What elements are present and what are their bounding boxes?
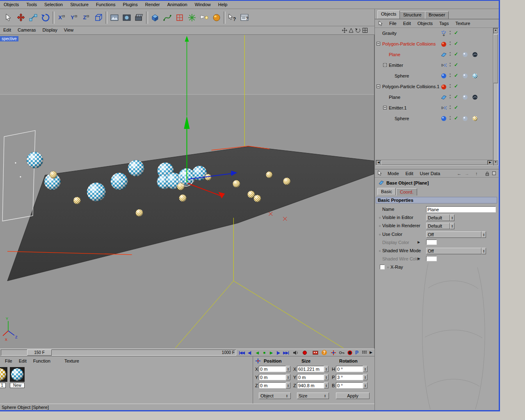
add-environment-button[interactable] [210, 11, 223, 25]
goto-end-button[interactable]: ▶▶| [282, 349, 290, 356]
anim-dot[interactable] [379, 234, 381, 235]
render-settings-button[interactable] [133, 11, 145, 25]
add-primitive-button[interactable] [149, 11, 161, 25]
add-light-button[interactable] [198, 11, 210, 25]
play-button[interactable]: ▶ [267, 349, 275, 356]
play-backward-button[interactable]: ◀ [253, 349, 261, 356]
timeline-slider-thumb[interactable]: 150 F [27, 349, 52, 356]
size-mode-dropdown[interactable]: Size▲▼ [297, 393, 329, 399]
sound-toggle-button[interactable] [293, 350, 299, 356]
selection-tool-button[interactable] [2, 11, 15, 25]
enable-checkmark[interactable]: ✓ [454, 41, 458, 46]
help-pointer-button[interactable]: ? [226, 11, 239, 25]
object-label[interactable]: Plane [388, 52, 401, 57]
x-axis-lock-button[interactable]: X [55, 11, 68, 25]
menu-plugins[interactable]: Plugins [119, 1, 142, 8]
tab-coord[interactable]: Coord. [396, 188, 417, 196]
object-label[interactable]: Emitter.1 [388, 105, 407, 111]
expand-triangle-icon[interactable]: ▶ [418, 257, 420, 260]
shaded-wire-mode-dropdown-arrows[interactable]: ▲▼ [482, 248, 486, 254]
phong-tag-icon[interactable] [462, 51, 468, 59]
enable-checkmark[interactable]: ✓ [454, 73, 458, 78]
record-button[interactable] [303, 351, 307, 355]
coordinate-system-button[interactable] [92, 11, 105, 25]
visibility-dots[interactable] [450, 95, 451, 98]
om-menu-objects[interactable]: Objects [414, 20, 436, 27]
history-back-button[interactable]: ← [457, 171, 461, 176]
visible-renderer-dropdown[interactable]: Default [426, 223, 450, 229]
rotation-b-input[interactable] [336, 382, 363, 388]
key-record-button[interactable] [339, 350, 345, 356]
keyframe-grid-button[interactable] [362, 350, 367, 356]
position-x-spinner[interactable]: ▲▼ [286, 366, 290, 372]
size-z-input[interactable] [297, 382, 324, 388]
position-x-input[interactable] [259, 366, 286, 372]
xray-checkbox[interactable] [380, 265, 385, 269]
visibility-dots[interactable] [450, 105, 451, 109]
enable-checkmark[interactable]: ✓ [454, 105, 458, 110]
menu-structure[interactable]: Structure [66, 1, 92, 8]
use-color-dropdown-arrows[interactable]: ▲▼ [482, 231, 486, 238]
display-color-swatch[interactable] [426, 240, 437, 245]
view-maximize-icon[interactable] [362, 27, 368, 34]
scroll-right-arrow[interactable]: ▶ [488, 160, 493, 165]
help-button[interactable]: ? [322, 350, 327, 355]
menu-tools[interactable]: Tools [23, 1, 41, 8]
texture-tag-icon[interactable] [472, 115, 478, 123]
enable-checkmark[interactable]: ✓ [454, 30, 458, 36]
om-menu-file[interactable]: File [386, 20, 400, 27]
viewport-menu-cameras[interactable]: Cameras [14, 26, 39, 34]
scale-tool-button[interactable] [27, 11, 39, 25]
name-input[interactable] [426, 206, 496, 212]
rotation-h-spinner[interactable]: ▲▼ [363, 366, 368, 372]
panel-options-button[interactable] [492, 171, 496, 175]
collapse-toggle[interactable] [377, 84, 380, 88]
collapse-toggle[interactable] [377, 42, 380, 46]
tree-horizontal-scrollbar[interactable]: ◀ ▶ [376, 160, 493, 165]
material-menu-edit[interactable]: Edit [16, 357, 30, 365]
add-particle-button[interactable] [186, 11, 198, 25]
render-view-button[interactable] [108, 11, 121, 25]
collapse-toggle[interactable] [383, 106, 387, 110]
size-y-input[interactable] [297, 374, 324, 380]
om-menu-tags[interactable]: Tags [436, 20, 452, 27]
anim-dot[interactable] [379, 217, 381, 219]
z-axis-lock-button[interactable]: Z [80, 11, 92, 25]
material-thumbnail[interactable] [10, 367, 25, 382]
viewport-menu-display[interactable]: Display [39, 26, 61, 34]
object-label[interactable]: Polygon-Particle Collisions.1 [381, 84, 440, 89]
coordinate-mode-dropdown[interactable]: Object▲▼ [259, 393, 291, 399]
history-forward-button[interactable]: → [465, 171, 469, 176]
y-axis-lock-button[interactable]: Y [68, 11, 80, 25]
anim-dot[interactable] [379, 225, 381, 227]
size-x-input[interactable] [297, 366, 324, 372]
previous-frame-button[interactable]: ◀| [246, 349, 253, 356]
material-name[interactable]: 1 [0, 383, 6, 388]
tab-objects[interactable]: Objects [377, 10, 400, 19]
render-picture-viewer-button[interactable] [121, 11, 133, 25]
visibility-dots[interactable] [450, 41, 451, 45]
visibility-dots[interactable] [450, 31, 451, 34]
object-label[interactable]: Gravity [381, 30, 397, 36]
visibility-dots[interactable] [450, 52, 451, 56]
object-label[interactable]: Sphere [394, 73, 410, 79]
am-menu-userdata[interactable]: User Data [417, 170, 444, 177]
autokey-button[interactable] [331, 350, 336, 356]
apply-button[interactable]: Apply [336, 393, 370, 399]
phong-tag-icon[interactable] [462, 115, 468, 123]
om-menu-texture[interactable]: Texture [452, 20, 473, 27]
enable-checkmark[interactable]: ✓ [454, 115, 458, 121]
viewport-menu-edit[interactable]: Edit [0, 26, 14, 34]
texture-tag-icon[interactable] [472, 73, 478, 80]
add-deformer-button[interactable] [173, 11, 186, 25]
size-z-spinner[interactable]: ▲▼ [324, 382, 329, 388]
scroll-left-arrow[interactable]: ◀ [376, 160, 381, 165]
rotate-tool-button[interactable] [39, 11, 52, 25]
menu-functions[interactable]: Functions [92, 1, 119, 8]
expand-triangle-icon[interactable]: ▶ [418, 240, 420, 244]
material-thumbnail[interactable] [0, 367, 7, 382]
scroll-up-arrow[interactable]: ▲ [493, 28, 498, 33]
view-rotate-icon[interactable] [355, 27, 361, 34]
tab-basic[interactable]: Basic [377, 188, 396, 195]
menu-selection[interactable]: Selection [41, 1, 66, 8]
